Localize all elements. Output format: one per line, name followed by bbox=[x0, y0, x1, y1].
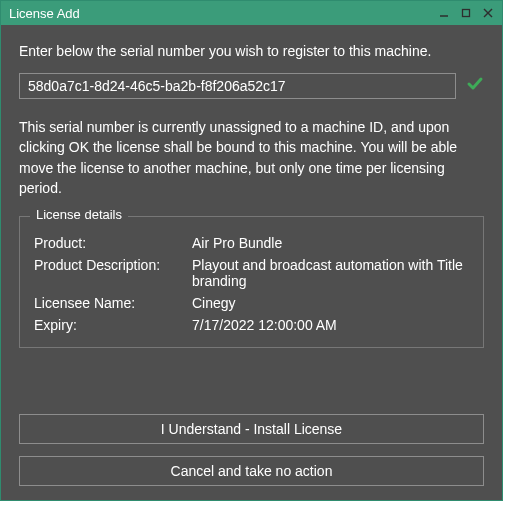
serial-input[interactable] bbox=[19, 73, 456, 99]
titlebar: License Add bbox=[1, 1, 502, 25]
license-details-legend: License details bbox=[30, 207, 128, 222]
maximize-button[interactable] bbox=[456, 3, 476, 23]
license-details-grid: Product: Air Pro Bundle Product Descript… bbox=[34, 235, 469, 333]
product-label: Product: bbox=[34, 235, 184, 251]
product-description-label: Product Description: bbox=[34, 257, 184, 289]
licensee-name-label: Licensee Name: bbox=[34, 295, 184, 311]
licensee-name-value: Cinegy bbox=[192, 295, 469, 311]
expiry-label: Expiry: bbox=[34, 317, 184, 333]
serial-row bbox=[19, 73, 484, 99]
license-details-group: License details Product: Air Pro Bundle … bbox=[19, 216, 484, 348]
minimize-button[interactable] bbox=[434, 3, 454, 23]
instruction-text: Enter below the serial number you wish t… bbox=[19, 43, 484, 59]
close-button[interactable] bbox=[478, 3, 498, 23]
status-text: This serial number is currently unassign… bbox=[19, 117, 484, 198]
content-area: Enter below the serial number you wish t… bbox=[1, 25, 502, 500]
install-license-button[interactable]: I Understand - Install License bbox=[19, 414, 484, 444]
product-value: Air Pro Bundle bbox=[192, 235, 469, 251]
license-add-window: License Add Enter below the serial numbe… bbox=[0, 0, 503, 501]
window-title: License Add bbox=[9, 6, 432, 21]
cancel-button[interactable]: Cancel and take no action bbox=[19, 456, 484, 486]
expiry-value: 7/17/2022 12:00:00 AM bbox=[192, 317, 469, 333]
check-icon bbox=[466, 75, 484, 97]
svg-rect-1 bbox=[463, 10, 470, 17]
product-description-value: Playout and broadcast automation with Ti… bbox=[192, 257, 469, 289]
